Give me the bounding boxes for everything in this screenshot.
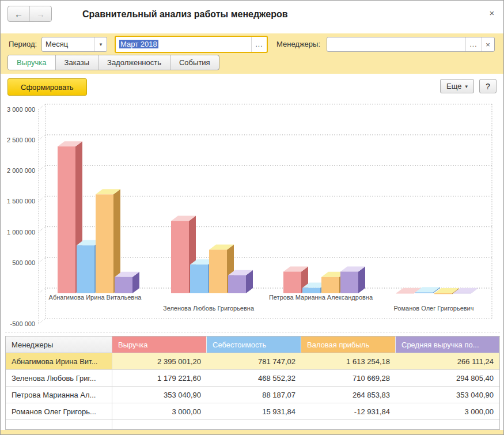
column-header[interactable]: Выручка bbox=[112, 336, 207, 353]
column-header[interactable]: Средняя выручка по... bbox=[396, 336, 499, 353]
tab-debt[interactable]: Задолженность bbox=[98, 55, 170, 70]
period-date-field[interactable]: Март 2018 ... bbox=[115, 36, 268, 53]
value-cell[interactable]: 294 805,40 bbox=[396, 370, 499, 387]
bottom-strip bbox=[1, 430, 503, 434]
table-row[interactable]: Петрова Марианна Ал...353 040,9088 187,0… bbox=[6, 387, 499, 403]
value-cell[interactable]: 710 669,28 bbox=[301, 370, 396, 387]
table-row[interactable]: Романов Олег Григорь...3 000,0015 931,84… bbox=[6, 403, 499, 420]
period-date-more-button[interactable]: ... bbox=[251, 37, 267, 52]
svg-text:Абнагимова Ирина Витальевна: Абнагимова Ирина Витальевна bbox=[49, 294, 142, 301]
value-cell[interactable]: 781 747,02 bbox=[207, 353, 301, 370]
results-table: МенеджерыВыручкаСебестоимостьВаловая при… bbox=[5, 336, 500, 430]
tab-orders[interactable]: Заказы bbox=[55, 55, 98, 70]
page-title: Сравнительный анализ работы менеджеров bbox=[82, 9, 288, 20]
forward-button[interactable]: → bbox=[30, 6, 51, 21]
manager-name-cell[interactable]: Зеленова Любовь Григ... bbox=[6, 370, 112, 387]
manager-name-cell[interactable]: Петрова Марианна Ал... bbox=[6, 387, 112, 403]
period-select-value: Месяц bbox=[42, 37, 94, 51]
managers-label: Менеджеры: bbox=[276, 37, 320, 52]
table-row[interactable]: Абнагимова Ирина Вит...2 395 001,20781 7… bbox=[6, 353, 499, 370]
app-window: ← → Сравнительный анализ работы менеджер… bbox=[0, 0, 504, 435]
column-header[interactable]: Менеджеры bbox=[6, 336, 112, 353]
tab-revenue[interactable]: Выручка bbox=[8, 55, 55, 70]
value-cell[interactable]: 2 395 001,20 bbox=[112, 353, 207, 370]
chart-area: 3 000 0002 500 0002 000 0001 500 0001 00… bbox=[5, 99, 500, 332]
more-button-label: Еще bbox=[446, 82, 461, 90]
svg-text:Петрова Марианна Александровна: Петрова Марианна Александровна bbox=[269, 294, 373, 301]
managers-more-button[interactable]: ... bbox=[465, 37, 481, 51]
svg-text:Зеленова Любовь Григорьевна: Зеленова Любовь Григорьевна bbox=[163, 305, 255, 312]
period-select[interactable]: Месяц ▾ bbox=[41, 37, 107, 52]
period-label: Период: bbox=[9, 37, 37, 52]
period-date-value: Март 2018 bbox=[116, 37, 251, 52]
svg-text:3 000 000: 3 000 000 bbox=[7, 106, 35, 113]
value-cell[interactable]: 264 853,83 bbox=[301, 387, 396, 403]
selected-text: Март 2018 bbox=[119, 40, 158, 48]
svg-text:1 000 000: 1 000 000 bbox=[7, 229, 35, 236]
value-cell[interactable]: 468 552,32 bbox=[207, 370, 301, 387]
value-cell[interactable]: 353 040,90 bbox=[396, 387, 499, 403]
svg-text:-500 000: -500 000 bbox=[10, 320, 35, 327]
back-arrow-icon: ← bbox=[14, 9, 23, 19]
table-row[interactable]: Зеленова Любовь Григ...1 179 221,60468 5… bbox=[6, 370, 499, 387]
chevron-down-icon[interactable]: ▾ bbox=[94, 37, 107, 51]
managers-field[interactable]: ... × bbox=[327, 37, 495, 52]
managers-clear-button[interactable]: × bbox=[481, 37, 494, 51]
table-filler-row bbox=[6, 420, 499, 429]
value-cell[interactable]: 88 187,07 bbox=[207, 387, 301, 403]
forward-arrow-icon: → bbox=[36, 9, 45, 19]
report-tabs: Выручка Заказы Задолженность События bbox=[7, 55, 219, 70]
value-cell[interactable]: 1 613 254,18 bbox=[301, 353, 396, 370]
manager-name-cell[interactable]: Абнагимова Ирина Вит... bbox=[6, 353, 112, 370]
value-cell[interactable]: 3 000,00 bbox=[396, 403, 499, 420]
column-header[interactable]: Себестоимость bbox=[207, 336, 301, 353]
svg-text:500 000: 500 000 bbox=[12, 259, 35, 266]
value-cell[interactable]: -12 931,84 bbox=[301, 403, 396, 420]
generate-button[interactable]: Сформировать bbox=[7, 78, 87, 96]
table-header-row: МенеджерыВыручкаСебестоимостьВаловая при… bbox=[6, 336, 499, 353]
value-cell[interactable]: 3 000,00 bbox=[112, 403, 207, 420]
value-cell[interactable]: 353 040,90 bbox=[112, 387, 207, 403]
tab-events[interactable]: События bbox=[170, 55, 219, 70]
column-header[interactable]: Валовая прибыль bbox=[301, 336, 396, 353]
value-cell[interactable]: 15 931,84 bbox=[207, 403, 301, 420]
chevron-down-icon: ▾ bbox=[465, 84, 468, 89]
top-bar: ← → Сравнительный анализ работы менеджер… bbox=[1, 1, 503, 33]
help-button[interactable]: ? bbox=[479, 79, 497, 93]
svg-text:Романов Олег Григорьевич: Романов Олег Григорьевич bbox=[394, 305, 474, 312]
svg-text:2 000 000: 2 000 000 bbox=[7, 167, 35, 174]
more-button[interactable]: Еще ▾ bbox=[440, 79, 474, 93]
close-button[interactable]: × bbox=[487, 8, 497, 18]
value-cell[interactable]: 1 179 221,60 bbox=[112, 370, 207, 387]
svg-text:2 500 000: 2 500 000 bbox=[7, 137, 35, 143]
svg-text:1 500 000: 1 500 000 bbox=[7, 198, 35, 205]
filter-bar: Период: Месяц ▾ Март 2018 ... Менеджеры:… bbox=[1, 33, 503, 74]
bar-chart-3d[interactable]: 3 000 0002 500 0002 000 0001 500 0001 00… bbox=[5, 99, 500, 328]
back-button[interactable]: ← bbox=[8, 6, 30, 21]
manager-name-cell[interactable]: Романов Олег Григорь... bbox=[6, 403, 112, 420]
nav-button-group: ← → bbox=[7, 6, 52, 22]
managers-field-value bbox=[327, 37, 465, 51]
value-cell[interactable]: 266 111,24 bbox=[396, 353, 499, 370]
